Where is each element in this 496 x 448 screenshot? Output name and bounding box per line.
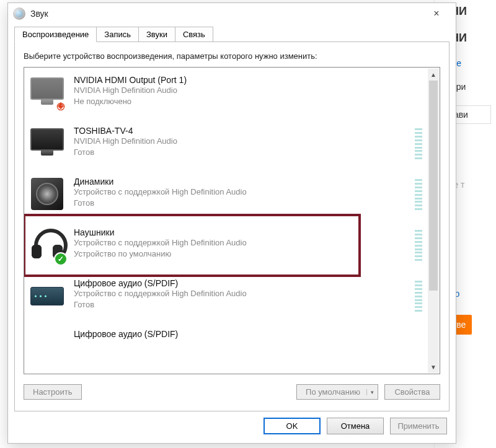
device-status: Готов xyxy=(74,198,247,209)
device-list: NVIDIA HDMI Output (Port 1) NVIDIA High … xyxy=(24,67,440,374)
device-info: Динамики Устройство с поддержкой High De… xyxy=(74,177,247,208)
device-name: Цифровое аудио (S/PDIF) xyxy=(74,278,247,288)
device-info: TOSHIBA-TV-4 NVIDIA High Definition Audi… xyxy=(74,126,177,157)
device-name: Динамики xyxy=(74,177,247,187)
close-icon: × xyxy=(433,9,439,19)
level-meter-icon xyxy=(415,128,422,159)
tab-panel: Выберите устройство воспроизведения, пар… xyxy=(14,42,450,411)
device-status: Готов xyxy=(74,147,177,158)
disconnected-badge-icon xyxy=(54,100,68,113)
device-scroll-area: NVIDIA HDMI Output (Port 1) NVIDIA High … xyxy=(24,68,427,374)
cancel-button[interactable]: Отмена xyxy=(327,418,384,434)
device-name: Цифровое аудио (S/PDIF) xyxy=(74,329,178,339)
headphones-icon xyxy=(29,227,65,263)
device-name: Наушники xyxy=(74,227,247,237)
level-meter-icon xyxy=(415,281,422,312)
device-row[interactable]: TOSHIBA-TV-4 NVIDIA High Definition Audi… xyxy=(24,118,427,169)
scrollbar[interactable]: ▲ ▼ xyxy=(428,68,439,373)
device-desc: NVIDIA High Definition Audio xyxy=(74,136,177,147)
device-row[interactable]: NVIDIA HDMI Output (Port 1) NVIDIA High … xyxy=(24,68,427,118)
scroll-thumb[interactable] xyxy=(429,81,438,291)
configure-button[interactable]: Настроить xyxy=(24,384,82,400)
default-button[interactable]: По умолчанию xyxy=(296,384,378,400)
device-info: Наушники Устройство с поддержкой High De… xyxy=(74,227,247,259)
digital-audio-icon xyxy=(29,278,65,314)
device-status: Устройство по умолчанию xyxy=(74,248,247,260)
scroll-up-icon[interactable]: ▲ xyxy=(428,68,439,81)
device-row[interactable]: Наушники Устройство с поддержкой High De… xyxy=(24,220,427,271)
device-status: Не подключено xyxy=(74,96,187,107)
device-info: Цифровое аудио (S/PDIF) xyxy=(74,329,178,339)
properties-button[interactable]: Свойства xyxy=(384,384,440,400)
tab-sounds[interactable]: Звуки xyxy=(138,27,175,42)
scroll-down-icon[interactable]: ▼ xyxy=(428,361,439,373)
titlebar: Звук × xyxy=(8,3,456,24)
dialog-buttons: OK Отмена Применить xyxy=(8,418,456,443)
sound-dialog: Звук × Воспроизведение Запись Звуки Связ… xyxy=(7,2,456,444)
device-desc: Устройство с поддержкой High Definition … xyxy=(74,237,247,248)
level-meter-icon xyxy=(415,179,422,210)
speaker-icon xyxy=(29,177,65,213)
device-desc: Устройство с поддержкой High Definition … xyxy=(74,187,247,198)
tab-recording[interactable]: Запись xyxy=(96,27,139,42)
device-status: Готов xyxy=(74,299,247,310)
device-name: NVIDIA HDMI Output (Port 1) xyxy=(74,75,187,85)
scroll-track[interactable] xyxy=(428,81,439,361)
device-desc: NVIDIA High Definition Audio xyxy=(74,85,187,96)
default-badge-icon xyxy=(54,252,68,266)
instruction-text: Выберите устройство воспроизведения, пар… xyxy=(24,51,440,62)
panel-buttons: Настроить По умолчанию Свойства xyxy=(24,384,440,400)
apply-button[interactable]: Применить xyxy=(390,418,447,434)
device-desc: Устройство с поддержкой High Definition … xyxy=(74,288,247,299)
tab-playback[interactable]: Воспроизведение xyxy=(14,27,97,42)
device-info: Цифровое аудио (S/PDIF) Устройство с под… xyxy=(74,278,247,310)
device-name: TOSHIBA-TV-4 xyxy=(74,126,177,136)
digital-audio-icon xyxy=(29,329,65,365)
level-meter-icon xyxy=(415,230,422,261)
tab-row: Воспроизведение Запись Звуки Связь xyxy=(8,24,456,42)
device-row[interactable]: Динамики Устройство с поддержкой High De… xyxy=(24,169,427,220)
monitor-icon xyxy=(29,126,65,162)
tab-communication[interactable]: Связь xyxy=(175,27,213,42)
close-button[interactable]: × xyxy=(422,4,451,23)
sound-icon xyxy=(13,7,25,20)
dialog-title: Звук xyxy=(30,9,48,19)
device-row[interactable]: Цифровое аудио (S/PDIF) Устройство с под… xyxy=(24,271,427,322)
device-info: NVIDIA HDMI Output (Port 1) NVIDIA High … xyxy=(74,75,187,107)
ok-button[interactable]: OK xyxy=(264,418,321,434)
monitor-icon xyxy=(29,75,65,111)
device-row[interactable]: Цифровое аудио (S/PDIF) xyxy=(24,322,427,365)
